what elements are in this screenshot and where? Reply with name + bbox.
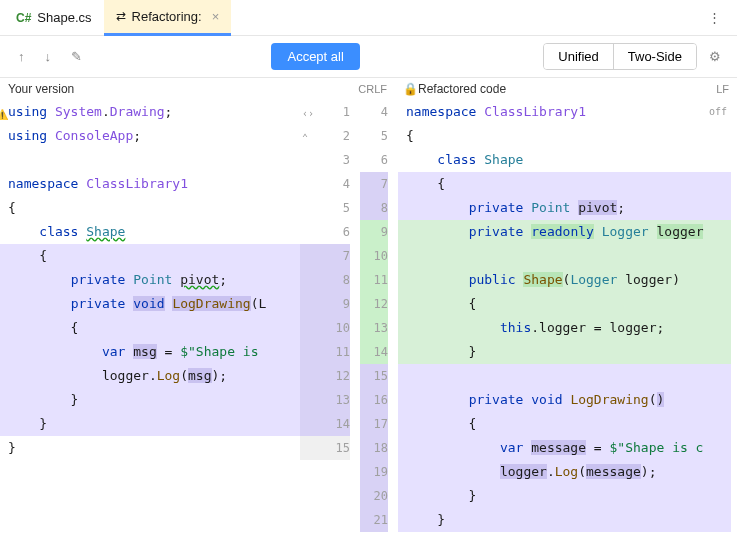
line-number: 5 xyxy=(360,124,388,148)
line-number: 8 xyxy=(360,196,388,220)
line-number: 8 xyxy=(300,268,350,292)
code-line[interactable]: using System.Drawing;⚠️ xyxy=(0,100,300,124)
code-line[interactable]: logger.Log(msg); xyxy=(0,364,300,388)
code-line[interactable]: logger.Log(message); xyxy=(398,460,731,484)
code-line[interactable]: {≪ xyxy=(398,172,731,196)
right-line-ending[interactable]: LF xyxy=(716,83,729,95)
line-number: 9 xyxy=(360,220,388,244)
code-line[interactable]: private readonly Logger logger xyxy=(398,220,731,244)
code-line[interactable]: namespace ClassLibrary1 xyxy=(398,100,731,124)
left-code-pane[interactable]: using System.Drawing;⚠️using ConsoleApp;… xyxy=(0,100,300,532)
line-number: 11 xyxy=(360,268,388,292)
unified-button[interactable]: Unified xyxy=(544,44,613,69)
line-number: 6 xyxy=(300,220,350,244)
tab-bar: C# Shape.cs ⇄ Refactoring: × ⋮ xyxy=(0,0,737,36)
line-number: 5 xyxy=(300,196,350,220)
next-diff-icon[interactable]: ↓ xyxy=(39,45,58,68)
line-number: 14 xyxy=(300,412,350,436)
code-line[interactable]: public Shape(Logger logger) xyxy=(398,268,731,292)
code-line[interactable]: } xyxy=(398,484,731,508)
fold-up-icon[interactable]: ⌃ xyxy=(302,126,308,150)
line-number: 4 xyxy=(360,100,388,124)
code-line[interactable]: } xyxy=(0,388,300,412)
tab-refactor-label: Refactoring: xyxy=(132,9,202,24)
line-number: 13 xyxy=(360,316,388,340)
code-line[interactable]: private void LogDrawing() xyxy=(398,388,731,412)
code-line[interactable]: { xyxy=(0,196,300,220)
code-line[interactable]: this.logger = logger; xyxy=(398,316,731,340)
line-number: 13 xyxy=(300,388,350,412)
code-line[interactable]: { xyxy=(398,412,731,436)
line-number: 16 xyxy=(360,388,388,412)
tabs-overflow[interactable]: ⋮ xyxy=(696,10,733,25)
refactor-icon: ⇄ xyxy=(116,9,126,23)
two-side-button[interactable]: Two-Side xyxy=(614,44,696,69)
edit-icon[interactable]: ✎ xyxy=(65,45,88,68)
csharp-icon: C# xyxy=(16,11,31,25)
line-number: 10 xyxy=(360,244,388,268)
pane-headers: Your version CRLF 🔒 Refactored code LF xyxy=(0,78,737,100)
line-number: 7 xyxy=(360,172,388,196)
line-number: 10 xyxy=(300,316,350,340)
left-title: Your version xyxy=(8,82,74,96)
left-header: Your version CRLF xyxy=(0,78,395,100)
code-line[interactable]: namespace ClassLibrary1 xyxy=(0,172,300,196)
code-line[interactable]: class Shape xyxy=(398,148,731,172)
fold-toggle-icon[interactable]: ‹› xyxy=(302,102,314,126)
left-gutter: ‹› ⌃ 123456789101112131415 xyxy=(300,100,360,532)
code-line[interactable]: using ConsoleApp; xyxy=(0,124,300,148)
code-line[interactable]: var msg = $"Shape is xyxy=(0,340,300,364)
left-line-ending[interactable]: CRLF xyxy=(358,83,387,95)
code-line[interactable]: } xyxy=(0,436,300,460)
right-gutter: 456789101112131415161718192021 xyxy=(360,100,398,532)
line-number: 3 xyxy=(300,148,350,172)
tab-file[interactable]: C# Shape.cs xyxy=(4,0,104,36)
line-number: 21 xyxy=(360,508,388,532)
code-line[interactable]: { xyxy=(0,316,300,340)
code-line[interactable] xyxy=(0,148,300,172)
line-number: 17 xyxy=(360,412,388,436)
code-line[interactable] xyxy=(398,244,731,268)
line-number: 7 xyxy=(300,244,350,268)
right-title: Refactored code xyxy=(418,82,506,96)
line-number: 15 xyxy=(360,364,388,388)
code-line[interactable]: } xyxy=(398,508,731,532)
code-line[interactable]: private Point pivot; xyxy=(0,268,300,292)
code-line[interactable]: class Shape xyxy=(0,220,300,244)
diff-view: using System.Drawing;⚠️using ConsoleApp;… xyxy=(0,100,737,532)
prev-diff-icon[interactable]: ↑ xyxy=(12,45,31,68)
line-number: 19 xyxy=(360,460,388,484)
gear-icon[interactable]: ⚙ xyxy=(705,45,725,68)
code-line[interactable]: var message = $"Shape is c xyxy=(398,436,731,460)
close-icon[interactable]: × xyxy=(212,9,220,24)
accept-all-button[interactable]: Accept all xyxy=(271,43,359,70)
line-number: 12 xyxy=(300,364,350,388)
tab-file-label: Shape.cs xyxy=(37,10,91,25)
tab-refactoring[interactable]: ⇄ Refactoring: × xyxy=(104,0,232,36)
right-code-pane[interactable]: off namespace ClassLibrary1{ class Shape… xyxy=(398,100,731,532)
lock-icon: 🔒 xyxy=(403,82,418,96)
view-mode-toggle: Unified Two-Side xyxy=(543,43,697,70)
line-number: 9 xyxy=(300,292,350,316)
code-line[interactable] xyxy=(398,364,731,388)
code-line[interactable]: { xyxy=(0,244,300,268)
toolbar: ↑ ↓ ✎ Accept all Unified Two-Side ⚙ xyxy=(0,36,737,78)
line-number: 12 xyxy=(360,292,388,316)
code-line[interactable]: private Point pivot; xyxy=(398,196,731,220)
line-number: 4 xyxy=(300,172,350,196)
overview-ruler[interactable] xyxy=(731,100,737,532)
code-line[interactable]: } xyxy=(0,412,300,436)
line-number: 18 xyxy=(360,436,388,460)
right-header: 🔒 Refactored code LF xyxy=(395,78,737,100)
line-number: 11 xyxy=(300,340,350,364)
line-number: 6 xyxy=(360,148,388,172)
code-line[interactable]: { xyxy=(398,124,731,148)
line-number: 14 xyxy=(360,340,388,364)
code-line[interactable]: private void LogDrawing(L xyxy=(0,292,300,316)
line-number: 20 xyxy=(360,484,388,508)
code-line[interactable]: } xyxy=(398,340,731,364)
code-line[interactable]: { xyxy=(398,292,731,316)
line-number: 15 xyxy=(300,436,350,460)
